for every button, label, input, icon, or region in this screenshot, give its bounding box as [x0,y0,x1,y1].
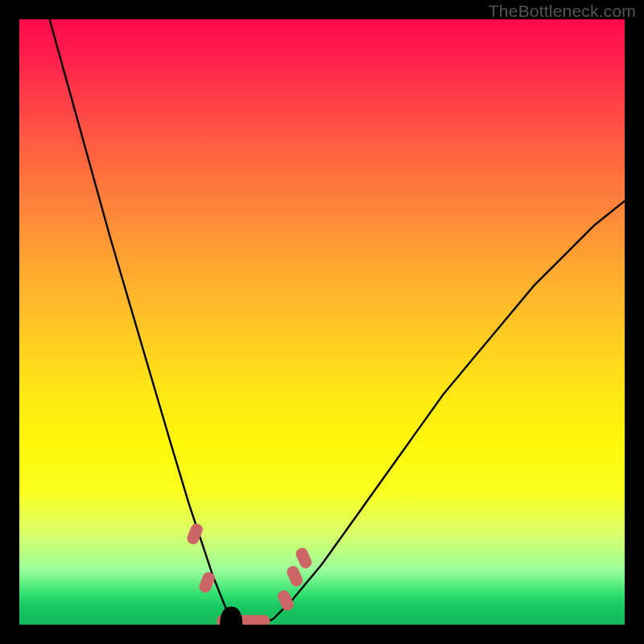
bottom-notch [220,606,242,625]
chart-frame: TheBottleneck.com [0,0,644,644]
plot-area [19,19,625,625]
marker-left-lower [197,571,217,595]
bottleneck-curve [50,19,625,625]
chart-svg [19,19,625,625]
marker-right-upper [294,546,313,570]
watermark-text: TheBottleneck.com [489,2,636,21]
marker-right-mid [285,564,304,588]
